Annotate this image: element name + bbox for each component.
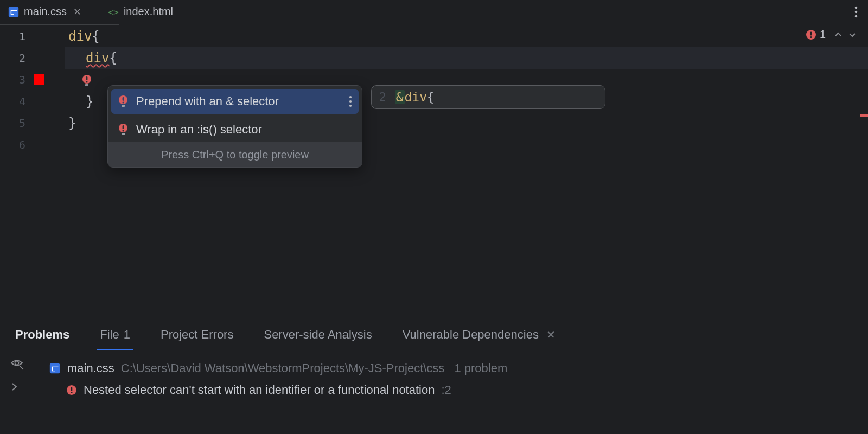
problems-tab-server-analysis[interactable]: Server-side Analysis	[264, 319, 372, 350]
problems-side-toolbar	[10, 356, 24, 396]
breakpoint-error-stripe[interactable]	[34, 74, 44, 85]
css-file-icon: ⫍	[8, 6, 20, 18]
intention-footer-hint: Press Ctrl+Q to toggle preview	[108, 142, 362, 167]
problem-count: 1 problem	[454, 361, 507, 375]
problems-tabs: Problems File 1 Project Errors Server-si…	[0, 319, 868, 350]
code-editor[interactable]: 1 2 3 4 5 6 div { div { } }	[0, 25, 868, 318]
css-file-icon: ⫍	[49, 362, 61, 374]
line-number: 6	[0, 134, 54, 156]
problems-tab-file[interactable]: File 1	[100, 319, 130, 350]
svg-rect-14	[123, 97, 124, 101]
svg-point-17	[349, 96, 352, 98]
problems-file-row[interactable]: ⫍ main.css C:\Users\David Watson\Webstor…	[10, 358, 858, 379]
intention-popup: Prepend with an & selector Wrap in an :i…	[107, 85, 362, 168]
line-number: 2	[0, 47, 54, 69]
intention-more-button[interactable]	[341, 95, 352, 108]
svg-point-11	[86, 81, 87, 82]
tab-label: main.css	[24, 5, 67, 18]
code-area[interactable]: div { div { } }	[65, 25, 868, 318]
preview-rest: {	[427, 90, 435, 104]
problems-tab-title[interactable]: Problems	[15, 319, 69, 350]
gutter: 1 2 3 4 5 6	[0, 25, 65, 318]
problem-row[interactable]: Nested selector can't start with an iden…	[10, 379, 858, 401]
svg-point-28	[71, 392, 73, 393]
svg-point-19	[349, 105, 352, 107]
tab-index-html[interactable]: <> index.html	[100, 0, 181, 24]
svg-point-4	[855, 10, 858, 13]
preview-rest-sel: div	[405, 90, 427, 104]
code-line: div {	[65, 47, 868, 69]
problems-tab-vulnerable-deps[interactable]: Vulnerable Dependencies ✕	[403, 319, 556, 350]
problems-panel: Problems File 1 Project Errors Server-si…	[0, 318, 868, 434]
line-number: 1	[0, 25, 54, 47]
svg-rect-12	[85, 84, 88, 86]
fix-bulb-icon	[118, 123, 129, 136]
svg-point-15	[122, 101, 124, 103]
view-icon[interactable]	[10, 356, 24, 370]
svg-text:⫍: ⫍	[10, 8, 17, 16]
svg-rect-16	[122, 105, 125, 107]
svg-point-29	[15, 361, 19, 365]
svg-rect-23	[122, 133, 125, 135]
line-number: 4	[0, 91, 54, 112]
chevron-right-icon[interactable]	[10, 382, 24, 396]
line-number: 3	[0, 69, 54, 91]
problem-text: Nested selector can't start with an iden…	[84, 383, 435, 397]
close-icon[interactable]: ✕	[546, 328, 556, 341]
svg-point-3	[855, 6, 858, 9]
intention-preview: 2 & div {	[371, 85, 605, 109]
error-marker[interactable]	[860, 114, 868, 117]
svg-rect-27	[71, 387, 73, 391]
svg-rect-21	[123, 125, 124, 129]
intention-label: Prepend with an & selector	[136, 94, 279, 108]
preview-inserted: &	[395, 90, 405, 104]
file-path: C:\Users\David Watson\WebstormProjects\M…	[121, 361, 445, 375]
intention-item-wrap-is[interactable]: Wrap in an :is() selector	[108, 117, 362, 142]
problem-line: :2	[441, 383, 451, 397]
preview-line-number: 2	[379, 91, 386, 104]
svg-line-30	[20, 366, 23, 369]
line-number: 5	[0, 112, 54, 134]
tab-main-css[interactable]: ⫍ main.css ✕	[0, 0, 89, 24]
problems-tab-project-errors[interactable]: Project Errors	[161, 319, 233, 350]
file-name: main.css	[67, 361, 114, 375]
error-icon	[66, 385, 77, 395]
tab-label: index.html	[124, 5, 173, 18]
svg-text:⫍: ⫍	[52, 365, 59, 373]
svg-point-18	[349, 100, 352, 103]
code-line: div {	[65, 25, 868, 47]
svg-point-5	[855, 15, 858, 17]
html-file-icon: <>	[107, 6, 119, 18]
svg-rect-10	[86, 76, 88, 80]
tabs-overflow-button[interactable]	[844, 0, 868, 24]
close-icon[interactable]: ✕	[73, 6, 81, 18]
fix-bulb-icon	[118, 95, 129, 108]
intention-item-prepend-amp[interactable]: Prepend with an & selector	[111, 89, 359, 114]
svg-text:<>: <>	[108, 7, 119, 17]
intention-bulb-icon[interactable]	[81, 74, 92, 85]
intention-label: Wrap in an :is() selector	[136, 123, 262, 137]
editor-tabs: ⫍ main.css ✕ <> index.html	[0, 0, 868, 24]
problems-body: ⫍ main.css C:\Users\David Watson\Webstor…	[0, 350, 868, 409]
svg-point-22	[122, 130, 124, 131]
